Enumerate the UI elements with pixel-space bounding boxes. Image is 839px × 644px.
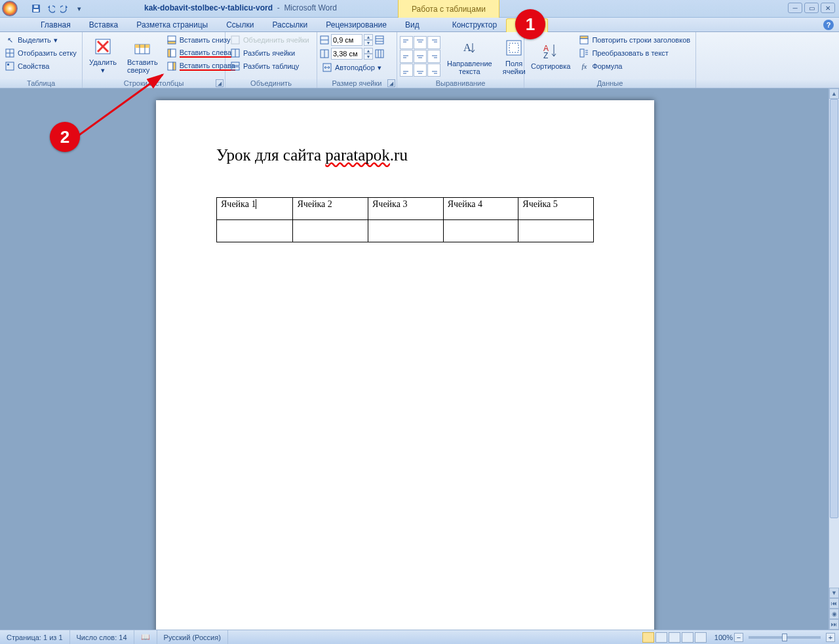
- ribbon-tabs: Главная Вставка Разметка страницы Ссылки…: [0, 18, 839, 32]
- repeat-header-button[interactable]: Повторить строки заголовков: [577, 33, 692, 47]
- formula-icon: fx: [579, 61, 589, 71]
- qat-dropdown-icon[interactable]: ▾: [73, 3, 85, 14]
- next-page-icon[interactable]: ⏭: [829, 619, 839, 630]
- redo-icon[interactable]: [59, 3, 71, 14]
- align-tl-icon[interactable]: [400, 36, 413, 49]
- insert-above-button[interactable]: Вставить сверху: [123, 33, 162, 77]
- align-tc-icon[interactable]: [414, 36, 427, 49]
- undo-icon[interactable]: [45, 3, 56, 14]
- distribute-rows-icon[interactable]: [375, 35, 384, 45]
- table-row: Ячейка 1 Ячейка 2 Ячейка 3 Ячейка 4 Ячей…: [217, 198, 594, 220]
- minimize-button[interactable]: ─: [788, 3, 802, 13]
- scroll-up-icon[interactable]: ▲: [829, 88, 839, 99]
- view-print-layout-icon[interactable]: [642, 632, 654, 643]
- status-proofing[interactable]: 📖: [134, 630, 157, 644]
- tab-insert[interactable]: Вставка: [80, 18, 128, 31]
- tab-home[interactable]: Главная: [31, 18, 80, 31]
- col-width-icon: [320, 49, 329, 58]
- text-direction-icon: A: [459, 37, 480, 58]
- split-table-button[interactable]: Разбить таблицу: [228, 60, 311, 73]
- close-button[interactable]: ✕: [821, 3, 835, 13]
- status-page[interactable]: Страница: 1 из 1: [0, 630, 70, 644]
- svg-rect-12: [135, 45, 149, 48]
- merge-icon: [230, 35, 241, 45]
- merge-cells-button[interactable]: Объединить ячейки: [228, 33, 311, 47]
- insert-below-icon: [166, 35, 177, 45]
- zoom-slider[interactable]: [749, 636, 821, 639]
- svg-rect-16: [168, 41, 176, 44]
- distribute-cols-icon[interactable]: [375, 49, 384, 58]
- view-outline-icon[interactable]: [682, 632, 693, 643]
- tab-review[interactable]: Рецензирование: [317, 18, 396, 31]
- align-bc-icon[interactable]: [414, 64, 427, 77]
- group-label-data: Данные: [524, 79, 695, 88]
- office-button[interactable]: [1, 0, 28, 18]
- context-tab-title: Работа с таблицами: [398, 0, 499, 18]
- table-cell: [217, 220, 293, 242]
- autofit-button[interactable]: Автоподбор ▾: [320, 61, 384, 74]
- align-tr-icon[interactable]: [427, 36, 440, 49]
- document-page[interactable]: Урок для сайта paratapok.ru Ячейка 1 Яче…: [156, 100, 654, 630]
- svg-rect-28: [376, 36, 383, 44]
- svg-rect-6: [6, 62, 14, 70]
- window-title: kak-dobavit-stolbec-v-tablicu-vord - Mic…: [144, 3, 337, 12]
- sort-button[interactable]: AZ Сортировка: [527, 33, 574, 77]
- scroll-thumb[interactable]: [830, 99, 838, 518]
- table-cell: Ячейка 2: [293, 198, 368, 220]
- maximize-button[interactable]: ▭: [804, 3, 819, 13]
- tab-view[interactable]: Вид: [396, 18, 429, 31]
- svg-rect-62: [580, 49, 584, 57]
- help-icon[interactable]: ?: [823, 20, 834, 30]
- formula-button[interactable]: fxФормула: [577, 60, 692, 73]
- split-table-icon: [230, 61, 241, 71]
- svg-rect-21: [231, 36, 239, 44]
- properties-button[interactable]: Свойства: [3, 60, 79, 73]
- quick-access-toolbar: ▾: [30, 3, 85, 14]
- scroll-down-icon[interactable]: ▼: [829, 588, 839, 598]
- convert-to-text-button[interactable]: Преобразовать в текст: [577, 47, 692, 60]
- zoom-level[interactable]: 100%: [714, 634, 733, 641]
- properties-icon: [5, 61, 15, 71]
- document-table[interactable]: Ячейка 1 Ячейка 2 Ячейка 3 Ячейка 4 Ячей…: [216, 197, 594, 242]
- svg-text:Z: Z: [543, 51, 548, 59]
- view-web-layout-icon[interactable]: [669, 632, 680, 643]
- col-width-input[interactable]: ▲▼: [331, 47, 373, 60]
- align-ml-icon[interactable]: [400, 50, 413, 63]
- zoom-out-button[interactable]: −: [734, 633, 743, 642]
- alignment-grid[interactable]: [400, 36, 440, 77]
- view-gridlines-button[interactable]: Отобразить сетку: [3, 47, 79, 60]
- delete-button[interactable]: Удалить▾: [85, 33, 121, 77]
- tab-mailings[interactable]: Рассылки: [263, 18, 317, 31]
- align-mr-icon[interactable]: [427, 50, 440, 63]
- dialog-launcher-icon[interactable]: ◢: [216, 79, 224, 87]
- align-bl-icon[interactable]: [400, 64, 413, 77]
- browse-object-icon[interactable]: ◉: [829, 609, 839, 619]
- view-full-screen-icon[interactable]: [655, 632, 667, 643]
- align-mc-icon[interactable]: [414, 50, 427, 63]
- svg-rect-7: [7, 64, 9, 66]
- status-bar: Страница: 1 из 1 Число слов: 14 📖 Русски…: [0, 630, 839, 644]
- row-height-input[interactable]: ▲▼: [331, 33, 373, 47]
- zoom-in-button[interactable]: +: [826, 633, 835, 642]
- svg-rect-18: [168, 49, 170, 57]
- split-cells-button[interactable]: Разбить ячейки: [228, 47, 311, 60]
- status-language[interactable]: Русский (Россия): [157, 630, 228, 644]
- svg-text:A: A: [463, 42, 471, 53]
- proofing-icon: 📖: [141, 633, 150, 641]
- vertical-scrollbar[interactable]: ▲ ▼ ⏮ ◉ ⏭: [829, 88, 839, 630]
- status-word-count[interactable]: Число слов: 14: [70, 630, 134, 644]
- svg-rect-33: [376, 50, 383, 58]
- select-button[interactable]: ↖Выделить ▾: [3, 33, 79, 47]
- svg-rect-19: [168, 62, 173, 70]
- text-direction-button[interactable]: A Направление текста: [443, 35, 496, 78]
- svg-rect-15: [168, 36, 176, 41]
- cell-margins-icon: [503, 37, 524, 58]
- align-br-icon[interactable]: [427, 64, 440, 77]
- tab-references[interactable]: Ссылки: [217, 18, 263, 31]
- view-draft-icon[interactable]: [695, 632, 707, 643]
- tab-table-design[interactable]: Конструктор: [443, 18, 506, 31]
- tab-page-layout[interactable]: Разметка страницы: [127, 18, 217, 31]
- save-icon[interactable]: [30, 3, 42, 14]
- prev-page-icon[interactable]: ⏮: [829, 598, 839, 609]
- dialog-launcher-icon[interactable]: ◢: [387, 79, 395, 87]
